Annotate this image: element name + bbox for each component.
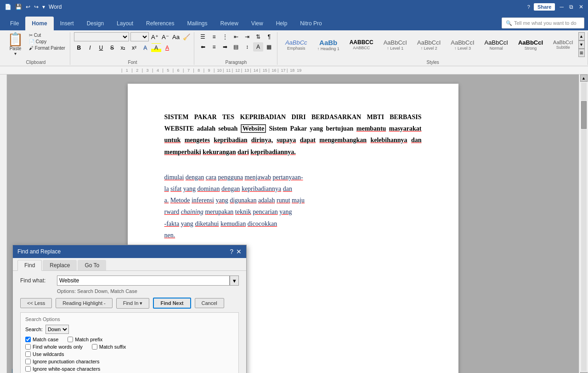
font-group-content: A⁺ A⁻ Aa 🧹 B I U S x₂ x² A A A — [74, 32, 191, 59]
align-left-btn[interactable]: ⬅ — [198, 42, 208, 52]
tab-home[interactable]: Home — [25, 17, 53, 30]
help-btn[interactable]: ? — [527, 4, 530, 10]
dialog-close-btn[interactable]: ✕ — [236, 248, 242, 255]
find-in-btn[interactable]: Find In ▾ — [116, 298, 150, 309]
font-color-btn[interactable]: A — [162, 43, 172, 52]
tab-insert[interactable]: Insert — [54, 17, 80, 30]
ribbon: File Home Insert Design Layout Reference… — [0, 14, 588, 30]
style-normal[interactable]: AaBbCcI Normal — [481, 32, 512, 57]
justify-btn[interactable]: ▤ — [231, 42, 241, 52]
app-icon-btn[interactable]: 📄 — [4, 3, 12, 11]
tab-design[interactable]: Design — [80, 17, 110, 30]
strikethrough-btn[interactable]: S — [107, 43, 117, 52]
match-suffix-checkbox[interactable] — [92, 344, 97, 350]
text-effects-btn[interactable]: A — [140, 43, 150, 52]
match-case-checkbox[interactable] — [25, 337, 31, 342]
change-case-btn[interactable]: Aa — [171, 32, 181, 41]
tab-review[interactable]: Review — [214, 17, 244, 30]
reading-highlight-btn[interactable]: Reading Highlight - — [56, 298, 113, 308]
subscript-btn[interactable]: x₂ — [118, 43, 128, 52]
tab-file[interactable]: File — [4, 17, 25, 30]
format-painter-button[interactable]: 🖌 Format Painter — [27, 45, 67, 51]
style-heading1[interactable]: AaBb ↑ Heading 1 — [313, 32, 344, 57]
tab-nitro[interactable]: Nitro Pro — [294, 17, 328, 30]
clear-formatting-btn[interactable]: 🧹 — [182, 32, 191, 41]
scroll-up-btn[interactable]: ▲ — [580, 75, 588, 82]
grow-font-btn[interactable]: A⁺ — [150, 32, 159, 41]
use-wildcards-label: Use wildcards — [33, 351, 64, 357]
undo-btn[interactable]: ↩ — [25, 3, 31, 11]
document-area: SISTEM PAKAR TES KEPRIBADIAN DIRI BERDAS… — [7, 75, 579, 373]
styles-scroll-down-btn[interactable]: ▼ — [578, 40, 585, 49]
ignore-punctuation-checkbox[interactable] — [25, 359, 31, 364]
superscript-btn[interactable]: x² — [129, 43, 139, 52]
dialog-tab-replace[interactable]: Replace — [43, 260, 77, 270]
sort-btn[interactable]: ⇅ — [253, 32, 263, 41]
increase-indent-btn[interactable]: ⇥ — [242, 32, 252, 41]
borders-btn[interactable]: ▦ — [264, 42, 274, 52]
style-level3[interactable]: AaBbCcI ↑ Level 3 — [447, 32, 478, 57]
style-subtitle[interactable]: AaBbCcI Subtitle — [549, 32, 577, 57]
minimize-btn[interactable]: ─ — [559, 3, 565, 11]
bold-btn[interactable]: B — [74, 43, 84, 52]
use-wildcards-checkbox[interactable] — [25, 351, 31, 357]
close-btn[interactable]: ✕ — [578, 3, 584, 11]
ignore-punctuation-item: Ignore punctuation characters — [25, 359, 100, 364]
dialog-tab-goto[interactable]: Go To — [78, 260, 106, 270]
style-strong[interactable]: AaBbCcI Strong — [514, 32, 547, 57]
styles-scroll-up-btn[interactable]: ▲ — [578, 32, 585, 40]
copy-button[interactable]: 📄 Copy — [27, 39, 67, 45]
cancel-btn[interactable]: Cancel — [195, 298, 224, 308]
align-center-btn[interactable]: ≡ — [209, 42, 219, 52]
style-level2-label: ↑ Level 2 — [421, 46, 437, 51]
show-formatting-btn[interactable]: ¶ — [264, 32, 274, 41]
align-right-btn[interactable]: ➡ — [220, 42, 230, 52]
style-emphasis[interactable]: AaBbCc Emphasis — [281, 32, 311, 57]
save-btn[interactable]: 💾 — [14, 3, 23, 11]
redo-btn[interactable]: ↪ — [33, 3, 40, 11]
style-subtitle-label: Subtitle — [556, 45, 570, 50]
tell-me-box[interactable]: 🔍 Tell me what you want to do — [502, 17, 584, 29]
highlight-btn[interactable]: A — [151, 43, 161, 52]
style-level1[interactable]: AaBbCcI ↑ Level 1 — [379, 32, 411, 57]
underline-btn[interactable]: U — [96, 43, 106, 52]
tab-help[interactable]: Help — [270, 17, 294, 30]
bullets-btn[interactable]: ☰ — [198, 32, 208, 41]
decrease-indent-btn[interactable]: ⇤ — [231, 32, 241, 41]
cut-button[interactable]: ✂ Cut — [27, 32, 67, 38]
font-name-select[interactable] — [74, 32, 129, 41]
tab-view[interactable]: View — [245, 17, 270, 30]
tab-mailings[interactable]: Mailings — [181, 17, 214, 30]
italic-btn[interactable]: I — [85, 43, 95, 52]
paste-button[interactable]: 📋 Paste ▾ — [5, 32, 26, 57]
scroll-thumb[interactable] — [581, 101, 587, 129]
search-direction-select[interactable]: Down Up All — [45, 325, 69, 334]
dialog-tab-find[interactable]: Find — [17, 260, 42, 271]
dialog-help-btn[interactable]: ? — [230, 248, 233, 255]
ignore-whitespace-item: Ignore white-space characters — [25, 366, 100, 372]
restore-btn[interactable]: ⧉ — [568, 3, 574, 11]
multilevel-btn[interactable]: ⋮ — [220, 32, 230, 41]
find-next-btn[interactable]: Find Next — [153, 298, 191, 309]
style-level1-label: ↑ Level 1 — [387, 46, 403, 51]
share-btn[interactable]: Share — [534, 3, 555, 11]
tab-references[interactable]: References — [140, 17, 181, 30]
styles-expand-btn[interactable]: ⊞ — [578, 49, 585, 57]
search-icon: 🔍 — [506, 20, 512, 26]
find-whole-words-checkbox[interactable] — [25, 344, 31, 350]
shrink-font-btn[interactable]: A⁻ — [161, 32, 170, 41]
customize-btn[interactable]: ▾ — [41, 3, 46, 11]
scroll-track[interactable] — [581, 83, 587, 371]
style-aabbcc[interactable]: AABBCC AABBCC — [345, 32, 378, 57]
find-what-input[interactable] — [57, 275, 230, 286]
shading-btn[interactable]: A — [253, 42, 263, 52]
numbering-btn[interactable]: ≡ — [209, 32, 219, 41]
match-prefix-checkbox[interactable] — [68, 337, 73, 342]
style-level2[interactable]: AaBbCcI ↑ Level 2 — [413, 32, 445, 57]
less-btn[interactable]: << Less — [20, 298, 52, 308]
ignore-whitespace-checkbox[interactable] — [25, 366, 31, 372]
tab-layout[interactable]: Layout — [110, 17, 140, 30]
font-size-select[interactable] — [130, 32, 149, 41]
line-spacing-btn[interactable]: ↕ — [242, 42, 252, 52]
find-dropdown-btn[interactable]: ▾ — [230, 275, 239, 286]
